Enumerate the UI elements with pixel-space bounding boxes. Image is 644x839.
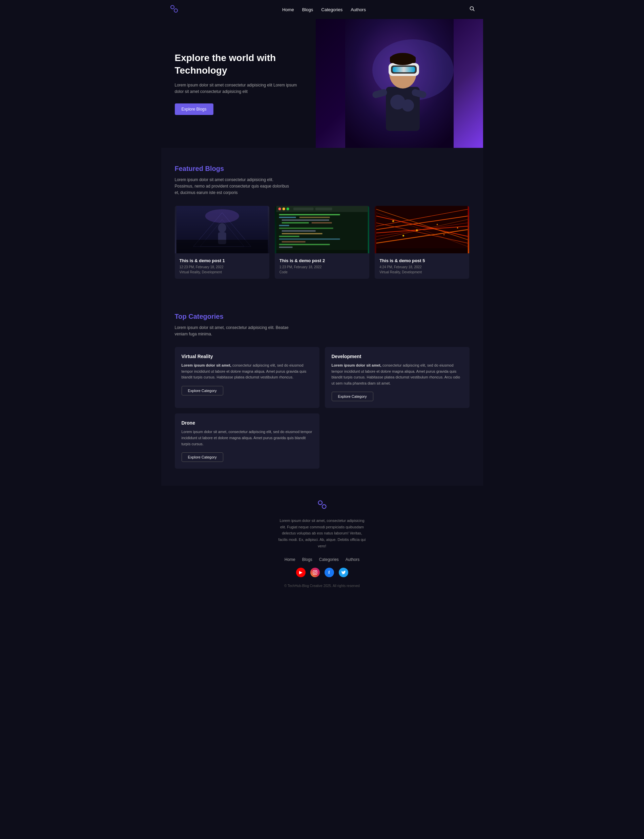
svg-rect-41 [281,230,315,232]
svg-rect-14 [393,67,415,72]
blog-card-3-body: This is & demo post 5 4:24 PM, February … [375,253,469,279]
category-vr-desc: Lorem ipsum dolor sit amet, consectetur … [182,363,313,381]
category-drone-name: Drone [182,420,313,425]
footer-logo [175,499,470,512]
footer-link-home[interactable]: Home [284,557,296,562]
footer-description: Lorem ipsum dolor sit amet, consectetur … [278,518,366,549]
svg-rect-36 [281,219,329,221]
categories-grid: Virtual Reality Lorem ipsum dolor sit am… [175,347,470,469]
svg-point-30 [286,208,289,210]
svg-rect-25 [176,240,268,253]
top-categories-section: Top Categories Lorem ipsum dolor sit ame… [161,296,483,486]
hero-description: Lorem ipsum dolor sit amet consectetur a… [175,82,302,95]
svg-point-10 [402,99,414,112]
footer-social-links: ▶ f [175,568,470,577]
svg-rect-35 [299,217,330,218]
svg-point-67 [318,501,322,504]
instagram-icon[interactable] [310,568,320,577]
featured-blogs-title: Featured Blogs [175,165,470,173]
svg-point-73 [316,571,316,572]
blog-card-3-image [375,206,469,253]
explore-category-dev-button[interactable]: Explore Category [332,392,373,401]
blog-card-1-body: This is & demo post 1 12:23 PM, February… [175,253,269,279]
facebook-icon[interactable]: f [325,568,334,577]
svg-line-5 [473,10,474,11]
svg-point-22 [205,209,239,223]
blog-card-2-time: 1:23 PM, February 18, 2022 [279,265,365,269]
footer-link-categories[interactable]: Categories [319,557,339,562]
svg-rect-43 [279,236,299,237]
svg-rect-71 [313,570,317,574]
nav-categories[interactable]: Categories [321,7,342,12]
svg-rect-46 [279,244,330,245]
footer-copyright: © TechHub-Blog Creative 2025. All rights… [175,584,470,588]
nav-authors[interactable]: Authors [351,7,366,12]
blog-card-1-time: 12:23 PM, February 18, 2022 [179,265,264,269]
svg-rect-18 [390,56,416,63]
svg-rect-42 [281,233,322,234]
svg-rect-40 [279,227,333,229]
svg-point-29 [282,208,285,210]
category-card-vr: Virtual Reality Lorem ipsum dolor sit am… [175,347,319,408]
category-dev-name: Development [332,354,463,359]
footer-link-authors[interactable]: Authors [345,557,360,562]
svg-rect-34 [279,217,296,218]
svg-point-72 [314,572,316,574]
svg-rect-39 [279,225,289,226]
featured-blogs-desc: Lorem ipsum dolor sit amet consectetur a… [175,177,290,196]
footer: Lorem ipsum dolor sit amet, consectetur … [161,486,483,594]
svg-point-61 [437,224,438,225]
blog-card-1[interactable]: This is & demo post 1 12:23 PM, February… [175,206,269,279]
youtube-icon[interactable]: ▶ [296,568,306,577]
svg-point-62 [402,235,404,236]
blog-card-3-tags: Virtual Reality, Development [380,270,465,274]
footer-link-blogs[interactable]: Blogs [302,557,312,562]
svg-rect-38 [311,222,332,224]
nav-home[interactable]: Home [282,7,294,12]
search-icon[interactable] [470,6,475,13]
blog-cards-container: This is & demo post 1 12:23 PM, February… [175,206,470,279]
hero-title: Explore the world with Technology [175,52,302,77]
svg-point-1 [174,9,177,12]
hero-content: Explore the world with Technology Lorem … [161,19,316,148]
top-categories-desc: Lorem ipsum dolor sit amet, consectetur … [175,325,290,338]
nav-logo [169,4,179,15]
category-vr-name: Virtual Reality [182,354,313,359]
svg-rect-37 [281,222,309,224]
svg-rect-48 [276,250,368,253]
svg-rect-66 [376,248,468,253]
category-dev-desc: Lorem ipsum dolor sit amet, consectetur … [332,363,463,386]
svg-rect-32 [315,208,332,210]
svg-rect-45 [281,241,305,242]
svg-point-23 [218,223,226,232]
hero-section: Explore the world with Technology Lorem … [161,19,483,148]
svg-rect-44 [279,238,340,240]
blog-card-2-title: This is & demo post 2 [279,258,365,263]
hero-image [316,19,483,148]
explore-category-vr-button[interactable]: Explore Category [182,386,223,396]
svg-point-60 [416,229,418,231]
blog-card-2-body: This is & demo post 2 1:23 PM, February … [275,253,369,279]
svg-point-65 [457,227,458,229]
svg-point-64 [392,220,394,222]
nav-links: Home Blogs Categories Authors [282,7,366,13]
category-card-dev: Development Lorem ipsum dolor sit amet, … [325,347,470,408]
category-card-drone: Drone Lorem ipsum dolor sit amet, consec… [175,414,319,469]
blog-card-2-image [275,206,369,253]
svg-point-63 [444,234,445,235]
svg-point-28 [278,208,281,210]
explore-category-drone-button[interactable]: Explore Category [182,452,223,462]
blog-card-1-title: This is & demo post 1 [179,258,264,263]
blog-card-2-tags: Code [279,270,365,274]
category-drone-desc: Lorem ipsum dolor sit amet, consectetur … [182,429,313,447]
featured-blogs-section: Featured Blogs Lorem ipsum dolor sit ame… [161,148,483,296]
svg-rect-26 [276,206,368,253]
nav-blogs[interactable]: Blogs [302,7,313,12]
top-categories-title: Top Categories [175,313,470,320]
blog-card-3-title: This is & demo post 5 [380,258,465,263]
twitter-icon[interactable] [339,568,348,577]
blog-card-2[interactable]: This is & demo post 2 1:23 PM, February … [275,206,369,279]
footer-nav-links: Home Blogs Categories Authors [175,556,470,562]
explore-blogs-button[interactable]: Explore Blogs [175,104,214,115]
blog-card-3[interactable]: This is & demo post 5 4:24 PM, February … [375,206,469,279]
